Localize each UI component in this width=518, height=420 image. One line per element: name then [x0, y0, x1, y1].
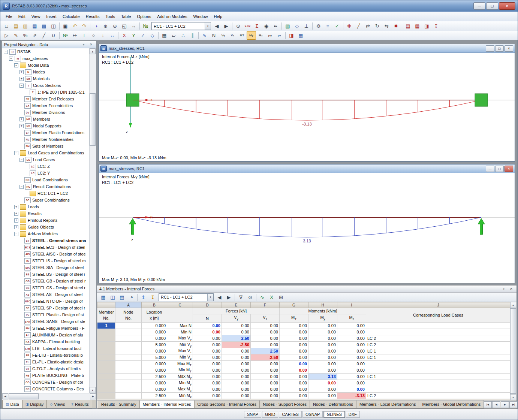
status-toggle-osnap[interactable]: OSNAP [302, 411, 323, 418]
tree-item-cross-sections[interactable]: −ICross-Sections [2, 82, 90, 89]
expand-icon[interactable]: + [19, 70, 24, 74]
extreme-type-cell[interactable]: Max N [167, 323, 193, 329]
value-cell[interactable]: 0.00 [308, 367, 337, 374]
tree-item-member-divisions[interactable]: DVMember Divisions [2, 109, 90, 116]
tree-item-steel-cs-design-of-steel-r[interactable]: CSSTEEL CS - Design of steel r [2, 284, 90, 291]
value-cell[interactable]: 0.00 [308, 323, 337, 329]
tree-item-result-combinations[interactable]: −RCResult Combinations [2, 183, 90, 190]
load-case-cell[interactable] [366, 361, 511, 367]
load-case-cell[interactable]: LC 1 [366, 354, 511, 361]
jump-to-graphic-icon[interactable]: ↥ [139, 293, 148, 302]
minimize-button[interactable]: — [473, 2, 485, 10]
viewport2-title-bar[interactable]: ▦ max_stresses, RC1 — ▢ ✕ [99, 164, 515, 173]
zoom-window-icon[interactable]: ◱ [120, 22, 129, 30]
viewport2-canvas[interactable]: Internal Forces M-y [kNm] RC1 : LC1 + LC… [99, 173, 515, 283]
member-cell[interactable] [97, 361, 115, 367]
value-cell[interactable]: 0.00 [222, 374, 251, 380]
value-cell[interactable]: 0.00 [337, 342, 366, 348]
expand-icon[interactable]: + [14, 212, 18, 216]
tree-item-lc2-y[interactable]: LCLC2: Y [2, 170, 90, 176]
redo-icon[interactable]: ↷ [79, 22, 89, 30]
close-button[interactable]: ✕ [505, 166, 513, 172]
shear-vz-toggle[interactable]: Vz [228, 31, 237, 40]
node-cell[interactable] [115, 367, 142, 374]
open-file-icon[interactable]: ▤ [11, 22, 21, 30]
scrollbar-thumb[interactable] [510, 308, 516, 394]
row-heights-icon[interactable]: ▤ [117, 293, 127, 302]
value-cell[interactable]: 0.00 [193, 342, 222, 348]
menu-table[interactable]: Table [118, 13, 134, 20]
filter-icon[interactable]: ∇ [236, 293, 246, 302]
status-toggle-dxf[interactable]: DXF [346, 411, 360, 418]
camera-icon[interactable]: ◉ [262, 22, 271, 30]
save-icon[interactable]: ▦ [30, 22, 39, 30]
value-cell[interactable]: 0.00 [337, 323, 366, 329]
table-toggle-icon[interactable]: ▦ [296, 31, 305, 40]
tree-item-steel-sia-design-of-steel[interactable]: SIASTEEL SIA - Design of steel [2, 264, 90, 271]
maximize-button[interactable]: ▢ [486, 2, 498, 10]
location-cell[interactable]: 5.000 [142, 354, 167, 361]
value-cell[interactable]: 0.00 [280, 393, 308, 399]
tab-nav-button[interactable]: ▶ [501, 401, 509, 408]
menu-window[interactable]: Window [190, 13, 211, 20]
menu-insert[interactable]: Insert [43, 13, 60, 20]
member-cell[interactable] [97, 329, 115, 335]
load-pz-toggle[interactable]: pz [275, 31, 284, 40]
menu-options[interactable]: Options [134, 13, 154, 20]
value-cell[interactable]: 3.13 [308, 374, 337, 380]
value-cell[interactable]: 0.00 [193, 323, 222, 329]
edit-points-icon[interactable]: ✎ [11, 31, 21, 40]
value-cell[interactable]: 0.00 [280, 361, 308, 367]
member-cell[interactable] [97, 354, 115, 361]
menu-results[interactable]: Results [83, 13, 103, 20]
expand-icon[interactable]: + [14, 218, 18, 223]
location-cell[interactable]: 0.000 [142, 380, 167, 386]
tree-item-plate-buckling-plate-b[interactable]: PBPLATE-BUCKLING - Plate b [2, 372, 90, 379]
extreme-type-cell[interactable]: Min N [167, 329, 193, 335]
value-cell[interactable]: 0.00 [251, 329, 280, 335]
status-toggle-cartes[interactable]: CARTES [279, 411, 301, 418]
value-cell[interactable]: 0.00 [280, 323, 308, 329]
tree-item-steel-aisc-design-of-stee[interactable]: AISSTEEL AISC - Design of stee [2, 251, 90, 257]
select-arrow-icon[interactable]: ▷ [2, 31, 11, 40]
connect-members-icon[interactable]: ∪ [49, 31, 58, 40]
value-cell[interactable]: 0.00 [193, 335, 222, 342]
zoom-in-icon[interactable]: ⊕ [101, 22, 110, 30]
load-case-cell[interactable]: LC 2 [366, 342, 511, 348]
tree-item-el-pl-elastic-plastic-desig[interactable]: ELEL-PL - Elastic-plastic desig [2, 359, 90, 365]
navigator-vertical-scrollbar[interactable]: ▲ ▼ [89, 48, 96, 393]
tree-item-member-end-releases[interactable]: ERMember End Releases [2, 96, 90, 102]
value-cell[interactable]: 0.00 [308, 335, 337, 342]
node-cell[interactable] [115, 354, 142, 361]
previous-load-case-icon[interactable]: ◀ [212, 22, 222, 30]
table-tab-nodes-deformations[interactable]: Nodes - Deformations [310, 401, 356, 408]
value-cell[interactable]: 0.00 [193, 393, 222, 399]
print-icon[interactable]: ◫ [49, 22, 58, 30]
extreme-type-cell[interactable]: Max My [167, 374, 193, 380]
extreme-type-cell[interactable]: Max Mz [167, 386, 193, 393]
value-cell[interactable]: 0.00 [280, 354, 308, 361]
navigator-horizontal-scrollbar[interactable]: ◀ ▶ [2, 393, 96, 400]
value-cell[interactable]: 0.00 [280, 374, 308, 380]
value-cell[interactable]: 0.00 [193, 354, 222, 361]
value-cell[interactable]: 0.00 [337, 374, 366, 380]
column-letter-f[interactable]: F [251, 302, 280, 308]
axes-icon[interactable]: ⊥ [302, 22, 311, 30]
menu-help[interactable]: Help [211, 13, 226, 20]
value-cell[interactable]: 0.00 [337, 329, 366, 335]
value-cell[interactable]: 0.00 [280, 329, 308, 335]
column-header[interactable]: MemberNo. [97, 308, 115, 323]
collapse-icon[interactable]: − [14, 151, 18, 155]
tree-item-steel-fatigue-members-f[interactable]: FMSTEEL Fatigue Members - F [2, 325, 90, 332]
value-cell[interactable]: 0.00 [222, 354, 251, 361]
column-letter-d[interactable]: D [193, 302, 222, 308]
node-cell[interactable] [115, 335, 142, 342]
table-vertical-scrollbar[interactable]: ▲ ▼ [510, 302, 517, 400]
scrollbar-thumb[interactable] [90, 93, 96, 146]
navigator-tab-display[interactable]: ◨Display [22, 400, 47, 408]
viewport1-canvas[interactable]: Internal Forces M-z [kNm] RC1 : LC1 + LC… [99, 53, 515, 161]
menu-tools[interactable]: Tools [102, 13, 118, 20]
location-cell[interactable]: 0.000 [142, 323, 167, 329]
value-cell[interactable]: 0.00 [337, 386, 366, 393]
generate-model-icon[interactable]: ⚙ [314, 22, 323, 30]
